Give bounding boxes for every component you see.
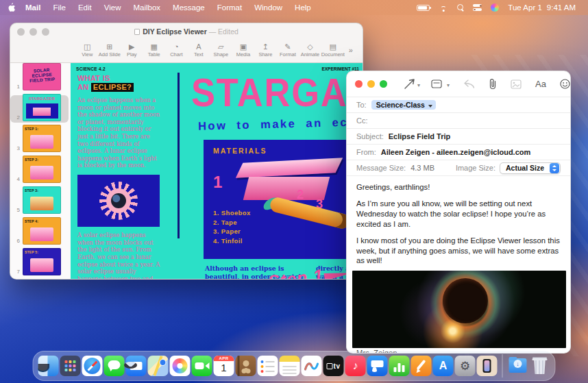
mail-toolbar-overflow-icon[interactable]: »	[570, 79, 571, 89]
dock-finder[interactable]	[38, 356, 59, 376]
from-field[interactable]: From: Aileen Zeigen - aileen.zeigen@iclo…	[347, 144, 570, 160]
keynote-window: DIY Eclipse Viewer — Edited ◫View ⊞Add S…	[10, 23, 363, 280]
battery-icon[interactable]	[417, 5, 430, 11]
dock-pages[interactable]	[411, 356, 432, 376]
menu-bar-clock[interactable]: Tue Apr 1 9:41 AM	[508, 3, 576, 12]
slide-thumbnail-2-selected[interactable]: 2 STARGAZER	[10, 95, 69, 123]
slide-thumbnail-5[interactable]: 5 STEP 3:	[10, 188, 69, 215]
minimize-button[interactable]	[367, 80, 375, 88]
menu-view[interactable]: View	[98, 3, 127, 12]
to-label: To:	[356, 101, 367, 109]
toolbar-button-document[interactable]: ▤Document	[321, 42, 345, 58]
dock-calendar[interactable]: APR 1	[214, 356, 234, 376]
dock-freeform[interactable]	[302, 356, 322, 376]
slide-navigator: 1 SOLAR ECLIPSE FIELD TRIP 2 STARGAZER 3…	[10, 63, 71, 279]
dock-notes[interactable]	[280, 356, 300, 376]
image-size-select[interactable]: Actual Size	[500, 162, 561, 174]
keynote-titlebar[interactable]: DIY Eclipse Viewer — Edited	[10, 23, 363, 37]
header-fields-button[interactable]	[431, 79, 445, 89]
menu-window[interactable]: Window	[248, 3, 289, 12]
dock-app-store[interactable]	[433, 356, 454, 376]
menu-edit[interactable]: Edit	[72, 3, 98, 12]
slide-divider-line	[177, 73, 180, 238]
send-button[interactable]	[404, 78, 415, 90]
slide-7-thumb[interactable]: STEP 5:	[23, 248, 61, 275]
toolbar-button-chart[interactable]: ◔Chart	[165, 42, 188, 58]
chart-icon: ◔	[174, 42, 179, 51]
toolbar-button-table[interactable]: ▦Table	[143, 42, 166, 58]
toolbar-button-text[interactable]: AText	[188, 42, 210, 58]
dock-facetime[interactable]	[192, 356, 212, 376]
dock-numbers[interactable]	[389, 356, 410, 376]
eclipse-photo-attachment[interactable]	[352, 271, 566, 348]
slide-2-thumb[interactable]: STARGAZER	[23, 94, 61, 121]
subject-field[interactable]: Subject: Eclipse Field Trip	[347, 128, 570, 144]
toolbar-button-format[interactable]: ✎Format	[277, 42, 299, 58]
slide-canvas[interactable]: SCIENCE 4.2 EXPERIMENT #11 WHAT IS AN EC…	[71, 63, 363, 279]
dock-trash[interactable]	[530, 356, 550, 376]
toolbar-button-play[interactable]: ▶Play	[121, 42, 143, 58]
dock-downloads-folder[interactable]	[508, 356, 528, 376]
toolbar-button-add-slide[interactable]: ⊞Add Slide	[99, 42, 121, 58]
slide-3-thumb[interactable]: STEP 1:	[23, 125, 61, 152]
reply-button[interactable]	[463, 79, 475, 88]
menu-help[interactable]: Help	[289, 3, 317, 12]
header-fields-chevron-icon[interactable]: ▾	[447, 82, 450, 88]
toolbar-button-animate[interactable]: ◇Animate	[299, 42, 321, 58]
dock-safari[interactable]	[82, 356, 103, 376]
toolbar-button-share[interactable]: ↥Share	[254, 42, 277, 58]
shape-icon: ▱	[218, 42, 223, 51]
close-button[interactable]	[355, 80, 363, 88]
menu-mailbox[interactable]: Mailbox	[127, 3, 167, 12]
slide-6-thumb[interactable]: STEP 4:	[23, 217, 61, 245]
slide-number: 5	[10, 207, 23, 214]
mail-toolbar: ▾ ▾ Aa »	[347, 71, 570, 97]
to-field[interactable]: To: Science-Class	[347, 97, 570, 112]
mail-compose-window: ▾ ▾ Aa » To: Science-Class Cc: Subject: …	[346, 71, 571, 354]
slide-thumbnail-7[interactable]: 7 STEP 5:	[10, 249, 69, 277]
siri-icon[interactable]	[491, 3, 499, 12]
menu-format[interactable]: Format	[211, 3, 248, 12]
attach-button[interactable]	[489, 78, 497, 90]
sun-eclipse-icon	[99, 182, 138, 220]
dock-iphone-mirroring[interactable]	[477, 356, 498, 376]
dock-keynote[interactable]	[367, 356, 388, 376]
dock-messages[interactable]	[104, 356, 125, 376]
media-icon: ▣	[240, 42, 247, 51]
slide-thumbnail-6[interactable]: 6 STEP 4:	[10, 219, 69, 246]
send-options-chevron-icon[interactable]: ▾	[417, 82, 420, 88]
format-button[interactable]: Aa	[535, 79, 546, 89]
menu-message[interactable]: Message	[167, 3, 211, 12]
wifi-icon[interactable]	[439, 4, 448, 12]
dock-music[interactable]: ♪	[345, 356, 366, 376]
dock-launchpad[interactable]	[60, 356, 81, 376]
toolbar-button-shape[interactable]: ▱Shape	[210, 42, 232, 58]
to-recipient-token[interactable]: Science-Class	[371, 100, 436, 110]
slide-thumbnail-4[interactable]: 4 STEP 2:	[10, 157, 69, 184]
dock-system-settings[interactable]: ⚙	[455, 356, 476, 376]
menu-mail[interactable]: Mail	[19, 3, 47, 12]
toolbar-button-media[interactable]: ▣Media	[232, 42, 255, 58]
music-note-icon: ♪	[353, 360, 358, 372]
toolbar-button-view[interactable]: ◫View	[76, 42, 99, 58]
dock-maps[interactable]	[148, 356, 169, 376]
dock-contacts[interactable]	[236, 356, 256, 376]
dock-reminders[interactable]	[258, 356, 278, 376]
dock-mail[interactable]	[126, 356, 147, 376]
slide-thumbnail-3[interactable]: 3 STEP 1:	[10, 126, 69, 153]
menu-file[interactable]: File	[47, 3, 72, 12]
zoom-button[interactable]	[380, 80, 387, 88]
slide-4-thumb[interactable]: STEP 2:	[23, 156, 61, 183]
insert-photo-button[interactable]	[511, 79, 522, 89]
emoji-button[interactable]	[560, 79, 570, 89]
dock-tv[interactable]: tv	[323, 356, 344, 376]
toolbar-overflow-icon[interactable]: »	[349, 46, 353, 54]
dock-photos[interactable]	[170, 356, 191, 376]
slide-5-thumb[interactable]: STEP 3:	[23, 186, 61, 214]
spotlight-search-icon[interactable]	[457, 4, 464, 11]
slide-thumbnail-1[interactable]: 1 SOLAR ECLIPSE FIELD TRIP	[10, 64, 69, 92]
control-center-icon[interactable]	[473, 4, 482, 11]
cc-field[interactable]: Cc:	[347, 112, 570, 128]
slide-1-thumb[interactable]: SOLAR ECLIPSE FIELD TRIP	[23, 63, 61, 90]
apple-menu[interactable]	[8, 3, 16, 12]
